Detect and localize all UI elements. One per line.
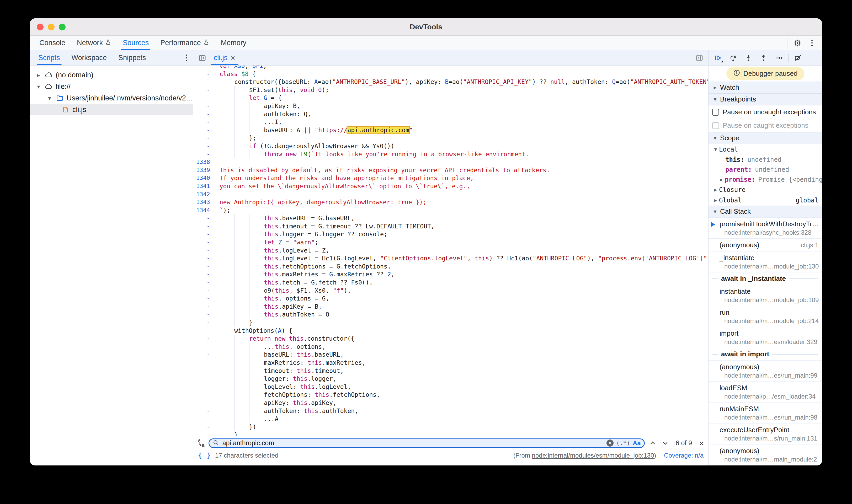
code-text[interactable]: this.authToken = Q xyxy=(214,310,329,319)
gutter-cell[interactable]: - xyxy=(193,126,214,134)
step-over-icon[interactable] xyxy=(726,52,740,64)
code-line[interactable]: - this._options = G, xyxy=(193,294,708,303)
code-line[interactable]: - this.timeout = G.timeout ?? Lw.DEFAULT… xyxy=(193,222,708,231)
gutter-cell[interactable]: - xyxy=(193,94,214,102)
gutter-cell[interactable]: - xyxy=(193,287,214,295)
tree-item-no-domain[interactable]: ▸ (no domain) xyxy=(30,69,193,81)
gutter-cell[interactable]: 1342 xyxy=(193,191,214,198)
code-text[interactable]: this.baseURL = G.baseURL, xyxy=(214,214,355,222)
code-text[interactable]: return new this.constructor({ xyxy=(214,335,354,343)
gutter-cell[interactable]: - xyxy=(193,278,214,287)
tree-item-node-folder[interactable]: ▾ Users/jinhuilee/.nvm/versions/node/v2… xyxy=(30,92,193,104)
scope-group-closure[interactable]: ▸ Closure xyxy=(709,185,822,195)
code-line[interactable]: - authToken: this.authToken, xyxy=(193,407,708,415)
code-line[interactable]: - $F1.set(this, void 0); xyxy=(193,86,708,94)
zoom-window-button[interactable] xyxy=(59,23,66,31)
code-line[interactable]: - }) xyxy=(193,423,708,431)
call-stack-frame[interactable]: runMainESMnode:internal/m…es/run_main:98 xyxy=(709,402,822,424)
source-mapped-link[interactable]: node:internal/modules/esm/module_job:130 xyxy=(532,452,654,459)
code-line[interactable]: 1341you can set the \`dangerouslyAllowBr… xyxy=(193,182,708,191)
gutter-cell[interactable]: - xyxy=(193,230,214,238)
scope-group-local[interactable]: ▾ Local xyxy=(709,144,822,155)
tab-memory[interactable]: Memory xyxy=(215,36,252,50)
code-text[interactable]: o9(this, $F1, Xs0, "f"), xyxy=(214,287,351,295)
gutter-cell[interactable]: - xyxy=(193,335,214,343)
call-stack-frame[interactable]: (anonymous)node:internal/m…main_module:2 xyxy=(709,445,822,465)
deactivate-breakpoints-icon[interactable] xyxy=(791,52,805,64)
code-line[interactable]: - ...A xyxy=(193,415,708,423)
expander-icon[interactable]: ▾ xyxy=(35,84,42,90)
expander-icon[interactable]: ▾ xyxy=(46,95,53,102)
call-stack-frame[interactable]: promiseInitHookWithDestroyTr…node:intern… xyxy=(709,218,822,239)
code-text[interactable]: maxRetries: this.maxRetries, xyxy=(214,359,366,367)
code-text[interactable]: } xyxy=(214,319,253,327)
code-text[interactable]: this._options = G, xyxy=(214,294,329,303)
code-line[interactable]: 1344`); xyxy=(193,206,708,215)
code-line[interactable]: - logLevel: this.logLevel, xyxy=(193,383,708,391)
code-line[interactable]: - withOptions(A) { xyxy=(193,327,708,335)
section-breakpoints[interactable]: ▾ Breakpoints xyxy=(709,94,822,105)
code-line[interactable]: - throw new L9(`It looks like you're run… xyxy=(193,150,708,158)
code-line[interactable]: - ...I, xyxy=(193,118,708,126)
code-line[interactable]: - logger: this.logger, xyxy=(193,375,708,383)
code-line[interactable]: - this.fetchOptions = G.fetchOptions, xyxy=(193,263,708,271)
code-text[interactable]: } xyxy=(214,431,238,437)
code-text[interactable]: var Xs0, $F1; xyxy=(214,66,267,70)
call-stack-frame[interactable]: instantiatenode:internal/m…module_job:10… xyxy=(709,285,822,306)
code-text[interactable]: baseURL: this.baseURL, xyxy=(214,350,344,359)
code-text[interactable]: constructor({baseURL: A=ao("ANTHROPIC_BA… xyxy=(214,78,708,86)
gutter-cell[interactable] xyxy=(193,66,214,70)
code-line[interactable]: 1343new Anthropic({ apiKey, dangerouslyA… xyxy=(193,198,708,206)
code-line[interactable]: 1339This is disabled by default, as it r… xyxy=(193,166,708,174)
tab-workspace[interactable]: Workspace xyxy=(66,50,113,65)
code-line[interactable]: - this.logger = G.logger ?? console; xyxy=(193,230,708,238)
code-text[interactable]: you can set the \`dangerouslyAllowBrowse… xyxy=(214,182,470,191)
gutter-cell[interactable]: - xyxy=(193,399,214,407)
gutter-cell[interactable]: - xyxy=(193,270,214,278)
code-line[interactable]: 1342 xyxy=(193,191,708,198)
section-watch[interactable]: ▸ Watch xyxy=(709,82,822,93)
call-stack-frame[interactable]: importnode:internal/m…esm/loader:329 xyxy=(709,327,822,348)
gutter-cell[interactable]: - xyxy=(193,222,214,231)
code-line[interactable]: - baseURL: this.baseURL, xyxy=(193,350,708,359)
pause-on-caught-row[interactable]: Pause on caught exceptions xyxy=(709,119,822,132)
tab-console[interactable]: Console xyxy=(34,36,71,50)
code-text[interactable]: this.maxRetries = G.maxRetries ?? 2, xyxy=(214,270,395,278)
code-text[interactable]: ...I, xyxy=(214,118,282,126)
gutter-cell[interactable]: - xyxy=(193,310,214,319)
code-line[interactable]: -class $8 { xyxy=(193,70,708,78)
previous-match-icon[interactable] xyxy=(648,439,657,447)
regex-toggle[interactable]: (.*) xyxy=(616,440,630,446)
tab-snippets[interactable]: Snippets xyxy=(112,50,152,65)
code-text[interactable]: }) xyxy=(214,423,256,431)
code-text[interactable]: baseURL: A || "https://api.anthropic.com… xyxy=(214,126,413,134)
gutter-cell[interactable]: - xyxy=(193,375,214,383)
code-line[interactable]: - this.fetch = G.fetch ?? Fs0(), xyxy=(193,278,708,287)
code-text[interactable]: this.fetchOptions = G.fetchOptions, xyxy=(214,263,391,271)
tree-item-file-protocol[interactable]: ▾ file:// xyxy=(30,81,193,92)
gutter-cell[interactable]: - xyxy=(193,359,214,367)
code-line[interactable]: - ...this._options, xyxy=(193,343,708,351)
code-text[interactable]: this.logLevel = Hc1(G.logLevel, "ClientO… xyxy=(214,254,708,263)
pause-on-uncaught-row[interactable]: Pause on uncaught exceptions xyxy=(709,105,822,119)
code-text[interactable]: let Z = "warn"; xyxy=(214,238,318,247)
code-text[interactable]: withOptions(A) { xyxy=(214,327,292,335)
code-text[interactable]: logLevel: this.logLevel, xyxy=(214,383,351,391)
section-scope[interactable]: ▾ Scope xyxy=(709,132,822,144)
code-line[interactable]: - this.logLevel = Z, xyxy=(193,247,708,255)
gutter-cell[interactable]: - xyxy=(193,102,214,110)
toggle-debugger-sidebar-icon[interactable] xyxy=(693,50,706,65)
code-line[interactable]: - timeout: this.timeout, xyxy=(193,367,708,375)
code-line[interactable]: - this.apiKey = B, xyxy=(193,303,708,311)
search-input[interactable] xyxy=(222,439,604,447)
code-editor[interactable]: var Xs0, $F1;-class $8 {- constructor({b… xyxy=(193,66,708,437)
code-text[interactable]: if (!G.dangerouslyAllowBrowser && Ys0()) xyxy=(214,142,394,150)
code-text[interactable]: this.apiKey = B, xyxy=(214,303,322,311)
code-line[interactable]: - maxRetries: this.maxRetries, xyxy=(193,359,708,367)
call-stack-frame[interactable]: _instantiatenode:internal/m…module_job:1… xyxy=(709,251,822,272)
code-text[interactable]: fetchOptions: this.fetchOptions, xyxy=(214,391,380,399)
code-text[interactable]: timeout: this.timeout, xyxy=(214,367,344,375)
gutter-cell[interactable]: - xyxy=(193,350,214,359)
code-text[interactable] xyxy=(214,191,219,198)
gutter-cell[interactable]: - xyxy=(193,247,214,255)
